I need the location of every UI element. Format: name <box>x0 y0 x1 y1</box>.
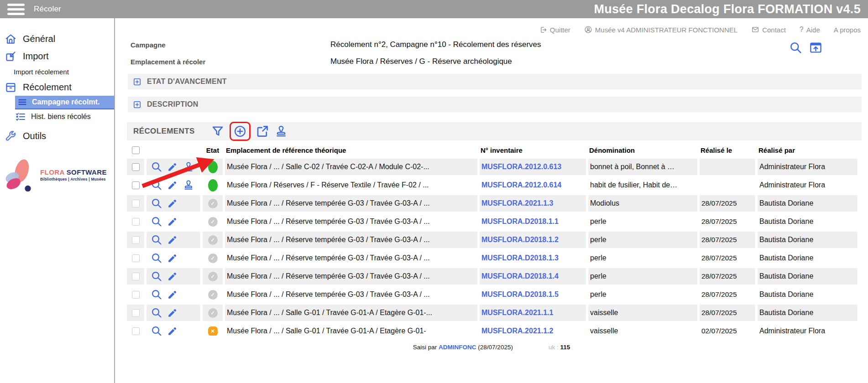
select-all-checkbox[interactable] <box>132 146 140 154</box>
table-row: ✓ Musée Flora / ... / Réserve tempérée G… <box>127 268 858 285</box>
inventory-link[interactable]: MUSFLORA.2021.1.3 <box>481 199 553 207</box>
table-row: Musée Flora / ... / Salle C-02 / Travée … <box>127 159 858 175</box>
table-row: ✓ Musée Flora / ... / Salle G-01 / Travé… <box>127 305 858 321</box>
user-cell: Bautista Doriane <box>758 232 858 248</box>
archive-icon <box>5 81 17 93</box>
open-external-icon[interactable] <box>256 124 269 138</box>
search-icon[interactable] <box>151 252 162 264</box>
search-icon[interactable] <box>151 289 162 300</box>
edit-icon[interactable] <box>167 234 178 245</box>
sidebar-item-recolement[interactable]: Récolement <box>0 78 114 96</box>
inventory-link[interactable]: MUSFLORA.D2018.1.5 <box>481 290 559 298</box>
search-icon[interactable] <box>789 41 802 54</box>
sidebar-item-hist-biens-recoles[interactable]: Hist. biens récolés <box>0 109 114 124</box>
annotation-box <box>230 122 251 141</box>
sidebar-item-label: Récolement <box>23 82 72 93</box>
edit-icon[interactable] <box>167 198 178 209</box>
a-propos-link[interactable]: A propos <box>834 26 861 34</box>
status-badge: ✓ <box>208 254 218 263</box>
search-icon[interactable] <box>151 270 162 282</box>
inventory-link[interactable]: MUSFLORA.D2018.1.4 <box>481 272 559 280</box>
edit-icon[interactable] <box>167 180 178 191</box>
date-cell <box>700 159 755 175</box>
saisi-par: Saisi par ADMINFONC (28/07/2025) <box>413 344 513 351</box>
row-checkbox[interactable] <box>132 181 140 189</box>
row-checkbox[interactable] <box>132 218 140 226</box>
campaign-actions <box>789 41 822 54</box>
section-title: DESCRIPTION <box>147 100 199 109</box>
user-account-link[interactable]: Musée v4 ADMINISTRATEUR FONCTIONNEL <box>584 26 737 34</box>
table-row: ✓ Musée Flora / ... / Réserve tempérée G… <box>127 232 858 248</box>
sidebar: Général Import Import récolement Récolem… <box>0 18 115 383</box>
saisi-user-link[interactable]: ADMINFONC <box>439 344 476 351</box>
row-checkbox[interactable] <box>132 236 140 244</box>
row-checkbox[interactable] <box>132 273 140 280</box>
sidebar-item-import[interactable]: Import <box>0 47 114 65</box>
column-header-denomination: Dénomination <box>588 143 697 157</box>
inventory-link[interactable]: MUSFLORA.2012.0.613 <box>481 163 561 171</box>
window-upload-icon[interactable] <box>809 41 822 54</box>
recolements-toolbar: RÉCOLEMENTS <box>127 122 862 140</box>
flora-software-logo: FLORA SOFTWARE Bibliothèques | Archives … <box>0 157 114 193</box>
expand-plus-icon[interactable] <box>133 78 141 86</box>
sidebar-item-outils[interactable]: Outils <box>0 127 114 145</box>
recolements-title: RÉCOLEMENTS <box>133 127 195 136</box>
contact-link[interactable]: Contact <box>751 26 786 34</box>
quitter-link[interactable]: Quitter <box>539 26 570 34</box>
table-row: ✓ Musée Flora / ... / Réserve tempérée G… <box>127 213 858 230</box>
inventory-link[interactable]: MUSFLORA.D2018.1.3 <box>481 254 559 262</box>
row-checkbox[interactable] <box>132 163 140 171</box>
edit-icon[interactable] <box>167 271 178 282</box>
campagne-label: Campagne <box>115 41 330 49</box>
denomination-cell: Modiolus <box>588 195 697 212</box>
inventory-link[interactable]: MUSFLORA.2021.1.1 <box>481 309 553 316</box>
search-icon[interactable] <box>151 234 162 246</box>
user-cell: Bautista Doriane <box>758 268 858 285</box>
stamp-icon[interactable] <box>183 161 194 173</box>
row-checkbox[interactable] <box>132 309 140 317</box>
home-icon <box>5 33 17 45</box>
stamp-icon[interactable] <box>183 179 194 191</box>
section-description[interactable]: DESCRIPTION <box>128 97 862 112</box>
user-cell: Administrateur Flora <box>758 159 858 175</box>
search-icon[interactable] <box>151 161 162 173</box>
search-icon[interactable] <box>151 197 162 209</box>
section-title: ETAT D'AVANCEMENT <box>147 78 227 86</box>
sidebar-item-general[interactable]: Général <box>0 30 114 47</box>
inventory-link[interactable]: MUSFLORA.D2018.1.2 <box>481 236 559 243</box>
sidebar-item-campagne-recolmt[interactable]: Campagne récolmt. <box>15 96 114 109</box>
row-checkbox[interactable] <box>132 291 140 299</box>
user-icon <box>584 26 592 34</box>
search-icon[interactable] <box>151 325 162 336</box>
add-recolement-icon[interactable] <box>233 124 247 138</box>
stamp-icon[interactable] <box>274 124 288 138</box>
edit-icon[interactable] <box>167 326 178 336</box>
aide-link[interactable]: ? Aide <box>800 26 820 34</box>
column-header-realise-le: Réalisé le <box>700 143 755 157</box>
expand-plus-icon[interactable] <box>133 100 141 109</box>
column-header-inventaire: N° inventaire <box>480 143 586 157</box>
edit-icon[interactable] <box>167 216 178 227</box>
section-etat-avancement[interactable]: ETAT D'AVANCEMENT <box>128 74 862 89</box>
row-checkbox[interactable] <box>132 254 140 262</box>
location-cell: Musée Flora / Réserves / F - Réserve Tex… <box>225 177 477 193</box>
search-icon[interactable] <box>151 179 162 191</box>
inventory-link[interactable]: MUSFLORA.D2018.1.1 <box>481 217 559 225</box>
search-icon[interactable] <box>151 307 162 319</box>
filter-icon[interactable] <box>211 124 225 138</box>
search-icon[interactable] <box>151 216 162 228</box>
edit-icon[interactable] <box>167 307 178 318</box>
date-cell: 28/07/2025 <box>700 286 755 303</box>
edit-icon[interactable] <box>167 289 178 300</box>
user-cell: Bautista Doriane <box>758 213 858 230</box>
row-checkbox[interactable] <box>132 200 140 207</box>
sidebar-item-label: Import <box>23 51 49 62</box>
menu-icon[interactable] <box>7 4 25 15</box>
inventory-link[interactable]: MUSFLORA.2021.1.2 <box>481 327 553 335</box>
sidebar-item-import-recolement[interactable]: Import récolement <box>0 65 114 78</box>
brand-name: FLORA SOFTWARE <box>40 168 107 177</box>
edit-icon[interactable] <box>167 253 178 264</box>
row-checkbox[interactable] <box>132 327 140 335</box>
edit-icon[interactable] <box>167 161 178 172</box>
inventory-link[interactable]: MUSFLORA.2012.0.614 <box>481 181 561 189</box>
